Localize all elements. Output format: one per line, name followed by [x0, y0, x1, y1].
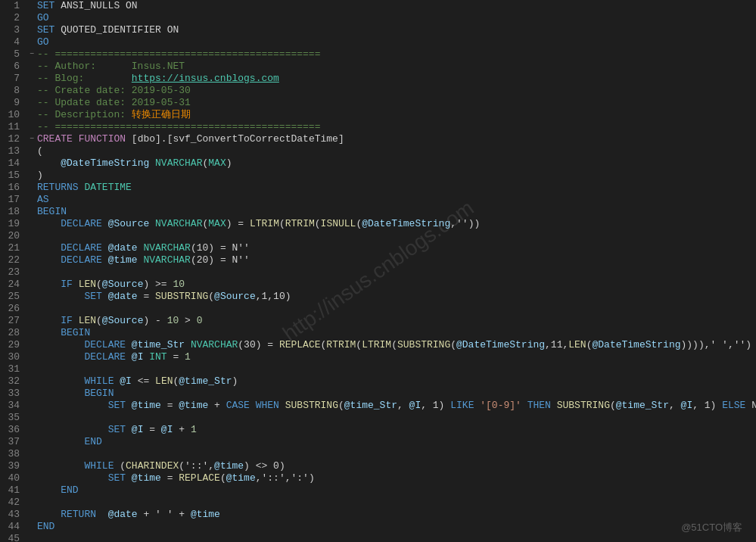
ident-token: @time	[191, 509, 220, 520]
kw2-token: FUNCTION	[79, 133, 126, 145]
comment-line-token: -- =====================================…	[37, 48, 320, 60]
line-number: 2	[0, 12, 27, 24]
plain-token: (	[114, 460, 126, 472]
kw-token: BEGIN	[84, 388, 114, 399]
comment-line-token: -- =====================================…	[37, 121, 320, 132]
code-text: RETURN @date + ' ' + @time	[37, 509, 756, 521]
plain-token: =	[138, 291, 155, 302]
cn-text-token: 转换正确日期	[132, 109, 191, 120]
plain-token: )	[37, 170, 43, 181]
plain-token	[37, 291, 84, 302]
code-text: IF LEN(@Source) - 10 > 0	[37, 315, 756, 327]
num-token: 10	[167, 315, 179, 326]
plain-token	[37, 351, 84, 363]
ident-token: @time_Str	[132, 339, 185, 350]
code-text: DECLARE @Source NVARCHAR(MAX) = LTRIM(RT…	[37, 218, 756, 230]
table-row: 18 BEGIN	[0, 206, 756, 218]
fold-icon[interactable]: −	[27, 48, 36, 61]
line-number: 23	[0, 266, 27, 279]
code-text: END	[37, 521, 756, 533]
kw-token: IF	[61, 279, 73, 290]
plain-token	[149, 218, 155, 229]
kw-token: SET	[108, 424, 126, 435]
table-row: 16 RETURNS DATETIME	[0, 182, 756, 194]
plain-token	[73, 315, 79, 326]
line-number: 4	[0, 36, 27, 48]
plain-token: (	[315, 218, 321, 229]
table-row: 20	[0, 230, 756, 242]
code-text: DECLARE @I INT = 1	[37, 351, 756, 363]
code-text: DECLARE @time NVARCHAR(20) = N''	[37, 254, 756, 266]
kw-token: BEGIN	[61, 327, 90, 338]
fn-token: REPLACE	[279, 339, 321, 350]
line-number: 38	[0, 448, 27, 460]
code-text: RETURNS DATETIME	[37, 182, 756, 194]
line-number: 10	[0, 109, 27, 121]
plain-token	[37, 157, 61, 169]
plain-token: QUOTED_IDENTIFIER ON	[54, 24, 179, 36]
line-number: 5	[0, 48, 27, 61]
table-row: 40 SET @time = REPLACE(@time,'::',':')	[0, 472, 756, 484]
plain-token: ,11,	[545, 339, 568, 350]
type-token: MAX	[208, 218, 226, 229]
plain-token	[126, 400, 132, 411]
fn-token: RTRIM	[285, 218, 315, 229]
plain-token	[551, 400, 557, 411]
ident-token: @Source	[214, 291, 256, 302]
fn-token: LEN	[79, 279, 96, 290]
line-number: 16	[0, 182, 27, 194]
code-text: (	[37, 145, 756, 157]
code-text: )	[37, 170, 756, 182]
plain-token: ,''))	[450, 218, 480, 229]
kw-token: DECLARE	[61, 218, 102, 229]
ident-token: @Source	[102, 279, 144, 290]
line-number: 8	[0, 85, 27, 97]
table-row: 21 DECLARE @date NVARCHAR(10) = N''	[0, 242, 756, 254]
kw-token: DECLARE	[84, 339, 126, 350]
ident-token: @time	[132, 472, 161, 484]
comment-line-token: -- Description:	[37, 109, 132, 120]
plain-token: (10) = N''	[191, 242, 250, 254]
fn-token: RTRIM	[326, 339, 356, 350]
fn-token: CHARINDEX	[126, 460, 179, 472]
plain-token	[37, 315, 61, 326]
table-row: 31	[0, 363, 756, 375]
table-row: 32 WHILE @I <= LEN(@time_Str)	[0, 375, 756, 388]
line-number: 39	[0, 460, 27, 472]
table-row: 15 )	[0, 170, 756, 182]
kw-token: DECLARE	[84, 351, 126, 363]
table-row: 6 -- Author: Insus.NET	[0, 61, 756, 73]
plain-token	[126, 472, 132, 484]
fold-icon[interactable]: −	[27, 133, 36, 145]
code-text: AS	[37, 194, 756, 206]
table-row: 23	[0, 266, 756, 279]
line-number: 28	[0, 327, 27, 339]
type-token: NVARCHAR	[155, 218, 202, 229]
plain-token	[37, 436, 84, 447]
line-number: 14	[0, 157, 27, 170]
plain-token: N':'	[745, 400, 756, 411]
ident-token: @time	[108, 254, 138, 266]
plain-token: <=	[132, 375, 155, 387]
line-number: 25	[0, 291, 27, 303]
fn-token: ISNULL	[321, 218, 356, 229]
code-text: -- Author: Insus.NET	[37, 61, 756, 73]
plain-token: ) <> 0)	[244, 460, 285, 472]
plain-token	[37, 327, 61, 338]
table-row: 17 AS	[0, 194, 756, 206]
plain-token: =	[161, 472, 179, 484]
code-text: GO	[37, 12, 756, 24]
code-text: IF LEN(@Source) >= 10	[37, 279, 756, 291]
kw-token: END	[84, 436, 101, 447]
ident-token: @DateTimeString	[456, 339, 545, 350]
ident-token: @I	[132, 424, 144, 435]
str-token: '[0-9]'	[480, 400, 521, 411]
num-token: 1	[185, 351, 191, 363]
table-row: 30 DECLARE @I INT = 1	[0, 351, 756, 363]
ident-token: @DateTimeString	[61, 157, 149, 169]
plain-token: ,	[669, 400, 681, 411]
table-row: 25 SET @date = SUBSTRING(@Source,1,10)	[0, 291, 756, 303]
plain-token	[521, 400, 527, 411]
kw-token: THEN	[527, 400, 551, 411]
table-row: 39 WHILE (CHARINDEX('::',@time) <> 0)	[0, 460, 756, 472]
